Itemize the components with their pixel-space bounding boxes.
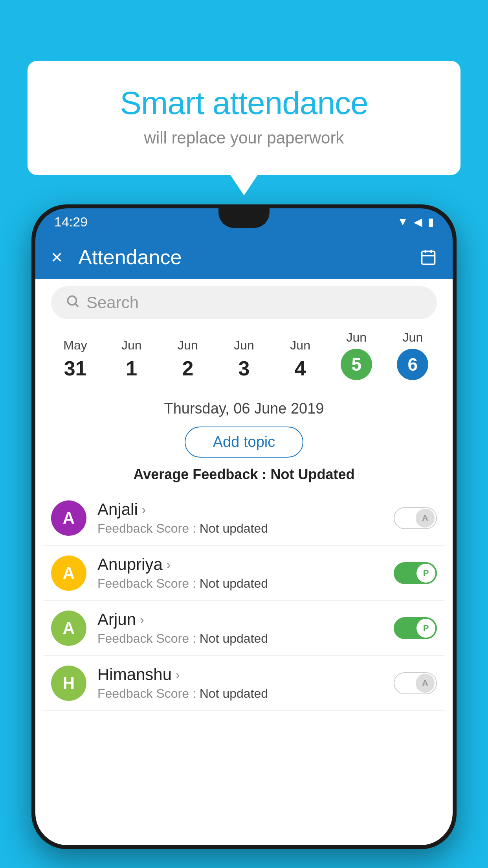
phone-screen: 14:29 ▼ ◀ ▮ × Attendance bbox=[35, 208, 453, 845]
bubble-subtitle: will replace your paperwork bbox=[59, 129, 429, 147]
speech-bubble-container: Smart attendance will replace your paper… bbox=[28, 61, 460, 175]
avg-feedback: Average Feedback : Not Updated bbox=[51, 466, 437, 483]
avatar-anupriya: A bbox=[51, 555, 86, 591]
phone-outer: 14:29 ▼ ◀ ▮ × Attendance bbox=[31, 204, 457, 849]
date-col-jun4[interactable]: Jun 4 bbox=[272, 338, 328, 380]
student-item-himanshu[interactable]: H Himanshu › Feedback Score : Not update… bbox=[43, 656, 445, 711]
student-info-anjali: Anjali › Feedback Score : Not updated bbox=[97, 500, 394, 536]
search-input-wrapper[interactable]: Search bbox=[51, 286, 437, 319]
chevron-icon: › bbox=[140, 612, 144, 627]
add-topic-button[interactable]: Add topic bbox=[185, 427, 303, 458]
search-bar: Search bbox=[35, 279, 453, 326]
search-icon bbox=[65, 294, 80, 312]
toggle-anupriya[interactable]: P bbox=[394, 562, 437, 584]
student-info-himanshu: Himanshu › Feedback Score : Not updated bbox=[97, 665, 394, 701]
student-feedback-anjali: Feedback Score : Not updated bbox=[97, 521, 394, 536]
phone-notch bbox=[218, 208, 270, 228]
wifi-icon: ▼ bbox=[397, 215, 408, 228]
date-col-jun2[interactable]: Jun 2 bbox=[160, 338, 216, 380]
student-item-anupriya[interactable]: A Anupriya › Feedback Score : Not update… bbox=[43, 546, 445, 601]
phone-wrapper: 14:29 ▼ ◀ ▮ × Attendance bbox=[31, 204, 457, 868]
student-list: A Anjali › Feedback Score : Not updated … bbox=[35, 491, 453, 711]
selected-date-label: Thursday, 06 June 2019 bbox=[51, 400, 437, 417]
student-name-himanshu: Himanshu › bbox=[97, 665, 394, 684]
avatar-anjali: A bbox=[51, 500, 86, 536]
student-name-anjali: Anjali › bbox=[97, 500, 394, 519]
calendar-icon[interactable] bbox=[420, 248, 437, 266]
chevron-icon: › bbox=[167, 557, 171, 572]
student-feedback-anupriya: Feedback Score : Not updated bbox=[97, 576, 394, 591]
selected-date-section: Thursday, 06 June 2019 Add topic Average… bbox=[35, 388, 453, 491]
speech-bubble: Smart attendance will replace your paper… bbox=[28, 61, 460, 175]
toggle-arjun[interactable]: P bbox=[394, 617, 437, 639]
date-col-jun6-selected[interactable]: Jun 6 bbox=[385, 330, 441, 380]
date-col-jun3[interactable]: Jun 3 bbox=[216, 338, 272, 380]
student-name-anupriya: Anupriya › bbox=[97, 555, 394, 574]
student-item-arjun[interactable]: A Arjun › Feedback Score : Not updated P bbox=[43, 601, 445, 656]
date-col-may31[interactable]: May 31 bbox=[47, 338, 103, 380]
student-name-arjun: Arjun › bbox=[97, 610, 394, 629]
screen-content: Search May 31 Jun 1 Jun 2 bbox=[35, 279, 453, 845]
date-col-jun5-today[interactable]: Jun 5 bbox=[328, 330, 385, 380]
student-feedback-arjun: Feedback Score : Not updated bbox=[97, 631, 394, 646]
status-icons: ▼ ◀ ▮ bbox=[397, 215, 434, 228]
status-time: 14:29 bbox=[54, 214, 88, 230]
avatar-arjun: A bbox=[51, 611, 86, 646]
app-bar: × Attendance bbox=[35, 235, 453, 279]
svg-line-5 bbox=[75, 304, 78, 307]
student-feedback-himanshu: Feedback Score : Not updated bbox=[97, 686, 394, 701]
svg-rect-0 bbox=[422, 251, 435, 264]
svg-point-4 bbox=[68, 296, 76, 305]
app-bar-title: Attendance bbox=[78, 245, 420, 269]
student-item-anjali[interactable]: A Anjali › Feedback Score : Not updated … bbox=[43, 491, 445, 546]
student-info-anupriya: Anupriya › Feedback Score : Not updated bbox=[97, 555, 394, 591]
bubble-title: Smart attendance bbox=[59, 85, 429, 121]
date-strip: May 31 Jun 1 Jun 2 Jun 3 bbox=[35, 326, 453, 388]
battery-icon: ▮ bbox=[428, 215, 434, 228]
close-button[interactable]: × bbox=[51, 246, 62, 268]
chevron-icon: › bbox=[176, 668, 180, 682]
date-col-jun1[interactable]: Jun 1 bbox=[103, 338, 160, 380]
chevron-icon: › bbox=[142, 502, 146, 517]
signal-icon: ◀ bbox=[414, 215, 422, 228]
student-info-arjun: Arjun › Feedback Score : Not updated bbox=[97, 610, 394, 646]
toggle-anjali[interactable]: A bbox=[394, 507, 437, 529]
avatar-himanshu: H bbox=[51, 666, 86, 701]
search-placeholder: Search bbox=[86, 293, 139, 312]
toggle-himanshu[interactable]: A bbox=[394, 672, 437, 694]
